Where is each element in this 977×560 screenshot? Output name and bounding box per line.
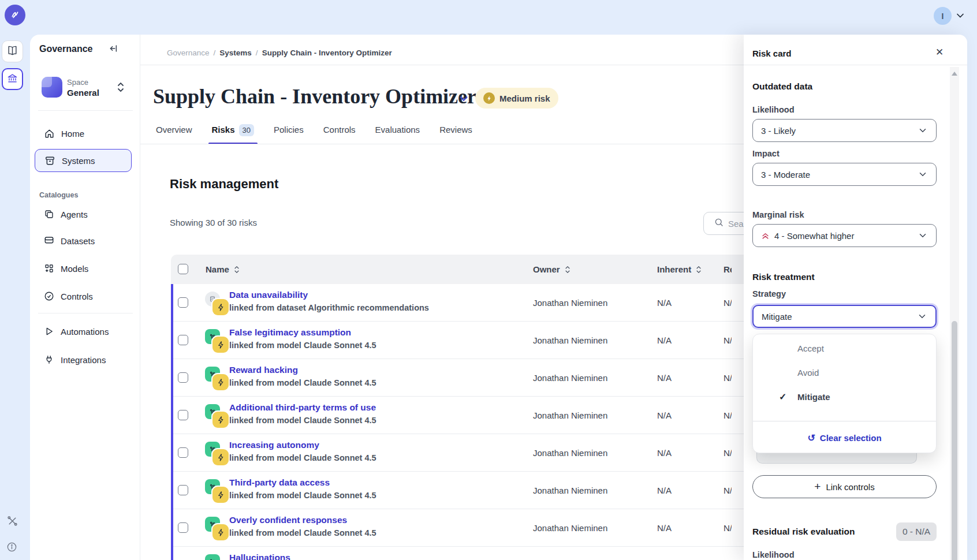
owner-cell: Jonathan Nieminen xyxy=(533,284,607,322)
section-heading: Risk management xyxy=(170,177,278,192)
risk-name-link[interactable]: Third-party data access xyxy=(229,477,330,488)
row-checkbox[interactable] xyxy=(178,297,188,308)
tools-icon[interactable] xyxy=(6,515,18,529)
clear-selection-button[interactable]: ↺ Clear selection xyxy=(753,421,936,454)
tab-policies[interactable]: Policies xyxy=(273,115,305,144)
tab-risks[interactable]: Risks 30 xyxy=(211,115,256,144)
strategy-label: Strategy xyxy=(752,289,786,298)
breadcrumb-root[interactable]: Governance xyxy=(167,48,210,57)
copy-icon xyxy=(44,209,54,219)
risk-linked-from: linked from dataset Algorithmic recommen… xyxy=(229,303,429,312)
risk-name-link[interactable]: Data unavailability xyxy=(229,290,308,300)
owner-cell: Jonathan Nieminen xyxy=(533,359,607,397)
residual-cell: N/A xyxy=(724,359,732,397)
grid-plus-icon xyxy=(44,263,54,274)
chevron-down-icon xyxy=(918,125,928,136)
column-header-residual[interactable]: Residual xyxy=(724,255,732,284)
row-checkbox[interactable] xyxy=(178,335,188,345)
residual-cell: N/A xyxy=(724,434,732,472)
risk-linked-from: linked from model Claude Sonnet 4.5 xyxy=(229,416,376,425)
row-accent-bar xyxy=(171,397,173,434)
likelihood-select[interactable]: 3 - Likely xyxy=(752,119,937,142)
title-chevron-down-icon[interactable] xyxy=(457,92,470,107)
column-header-name[interactable]: Name xyxy=(206,255,240,284)
breadcrumb-section[interactable]: Systems xyxy=(219,48,252,57)
risk-name-link[interactable]: False legitimacy assumption xyxy=(229,327,351,338)
impact-label: Impact xyxy=(752,149,780,158)
column-header-owner[interactable]: Owner xyxy=(533,255,571,284)
home-icon xyxy=(44,128,55,139)
menu-option-avoid[interactable]: Avoid xyxy=(753,361,936,385)
sidebar-item-controls[interactable]: Controls xyxy=(35,285,132,307)
sidebar-item-systems[interactable]: Systems xyxy=(35,149,132,172)
link-controls-button[interactable]: + Link controls xyxy=(752,475,937,498)
residual-cell: N/A xyxy=(724,509,732,547)
residual-cell: N/A xyxy=(724,472,732,509)
risk-name-link[interactable]: Reward hacking xyxy=(229,365,298,375)
row-checkbox[interactable] xyxy=(178,447,188,458)
sidebar-section-divider xyxy=(38,110,133,111)
strategy-select[interactable]: Mitigate xyxy=(752,305,937,328)
drawer-scrollbar[interactable] xyxy=(950,67,959,560)
sidebar-item-label: Home xyxy=(61,129,84,139)
menu-option-accept[interactable]: Accept xyxy=(753,337,936,361)
risk-name-link[interactable]: Increasing autonomy xyxy=(229,440,319,450)
tab-overview[interactable]: Overview xyxy=(155,115,193,144)
risk-name-link[interactable]: Overly confident responses xyxy=(229,515,347,525)
select-all-checkbox[interactable] xyxy=(178,264,188,274)
docs-rail-button[interactable] xyxy=(2,40,23,62)
app-logo[interactable] xyxy=(5,5,25,25)
row-checkbox[interactable] xyxy=(178,485,188,495)
search-icon xyxy=(714,217,724,230)
column-header-inherent[interactable]: Inherent xyxy=(657,255,702,284)
user-avatar[interactable]: I xyxy=(934,7,952,25)
inherent-cell: N/A xyxy=(657,472,672,509)
sidebar-item-automations[interactable]: Automations xyxy=(35,320,132,342)
sidebar-item-home[interactable]: Home xyxy=(35,122,132,144)
sidebar-item-label: Datasets xyxy=(61,236,95,246)
sidebar-item-integrations[interactable]: Integrations xyxy=(35,349,132,371)
sidebar-collapse-icon[interactable] xyxy=(109,43,120,57)
row-accent-bar xyxy=(171,359,173,397)
marginal-risk-select[interactable]: 4 - Somewhat higher xyxy=(752,224,937,247)
risk-linked-from: linked from model Claude Sonnet 4.5 xyxy=(229,453,376,462)
risk-card-drawer: Risk card ✕ Outdated data Likelihood 3 -… xyxy=(744,35,967,560)
row-checkbox[interactable] xyxy=(178,372,188,383)
sort-icon[interactable] xyxy=(564,265,571,274)
sidebar-item-models[interactable]: Models xyxy=(35,257,132,279)
double-chevron-up-icon xyxy=(761,232,770,240)
row-accent-bar xyxy=(171,472,173,509)
plus-icon: + xyxy=(814,480,821,493)
tab-reviews[interactable]: Reviews xyxy=(438,115,473,144)
chevron-down-icon xyxy=(917,311,927,322)
space-avatar[interactable] xyxy=(42,77,62,98)
risk-linked-from: linked from model Claude Sonnet 4.5 xyxy=(229,528,376,537)
sort-icon[interactable] xyxy=(695,265,702,274)
tab-controls[interactable]: Controls xyxy=(322,115,357,144)
residual-cell: N/A xyxy=(724,322,732,359)
space-label: Space xyxy=(67,78,88,87)
close-icon[interactable]: ✕ xyxy=(935,46,944,58)
sidebar-item-label: Agents xyxy=(61,210,88,219)
tab-evaluations[interactable]: Evaluations xyxy=(374,115,422,144)
space-switcher-icon[interactable] xyxy=(117,81,125,96)
row-accent-bar xyxy=(171,509,173,547)
info-icon[interactable] xyxy=(6,542,17,555)
risk-name-link[interactable]: Hallucinations xyxy=(229,552,290,560)
account-chevron-down-icon[interactable] xyxy=(954,10,966,24)
sidebar-section-divider xyxy=(38,313,133,313)
likelihood-bottom-label: Likelihood xyxy=(752,550,795,559)
governance-rail-button[interactable] xyxy=(2,68,23,90)
sort-icon[interactable] xyxy=(233,265,240,274)
marginal-risk-label: Marginal risk xyxy=(752,210,804,219)
row-checkbox[interactable] xyxy=(178,410,188,420)
risk-name-link[interactable]: Additional third-party terms of use xyxy=(229,402,376,413)
row-checkbox[interactable] xyxy=(178,522,188,533)
risk-linked-from: linked from model Claude Sonnet 4.5 xyxy=(229,378,376,387)
sidebar-item-agents[interactable]: Agents xyxy=(35,203,132,225)
scrollbar-thumb[interactable] xyxy=(952,321,957,560)
scroll-up-arrow[interactable] xyxy=(952,72,957,76)
menu-option-mitigate[interactable]: ✓ Mitigate xyxy=(753,385,936,409)
sidebar-item-datasets[interactable]: Datasets xyxy=(35,230,132,252)
impact-select[interactable]: 3 - Moderate xyxy=(752,163,937,186)
